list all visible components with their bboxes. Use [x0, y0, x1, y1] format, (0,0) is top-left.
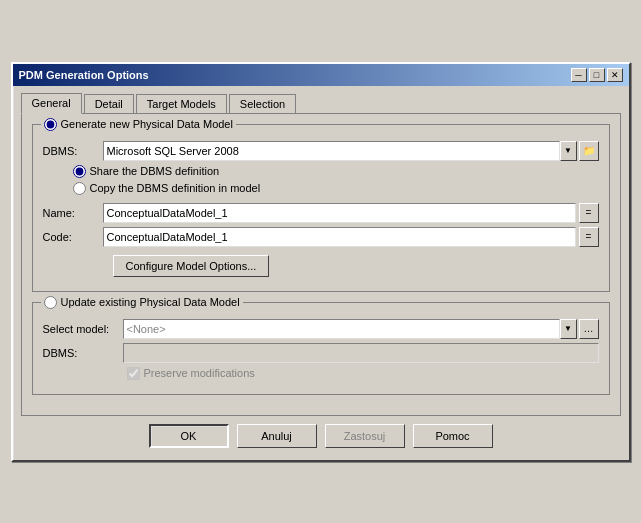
tab-detail[interactable]: Detail — [84, 94, 134, 114]
dbms-label: DBMS: — [43, 145, 103, 157]
generate-new-legend: Generate new Physical Data Model — [41, 118, 236, 131]
configure-row: Configure Model Options... — [43, 251, 599, 277]
close-button[interactable]: ✕ — [607, 68, 623, 82]
dbms-input[interactable] — [103, 141, 560, 161]
code-row: Code: = — [43, 227, 599, 247]
name-eq-button[interactable]: = — [579, 203, 599, 223]
apply-button[interactable]: Zastosuj — [325, 424, 405, 448]
share-dbms-radio[interactable] — [73, 165, 86, 178]
select-model-dropdown-button[interactable]: ▼ — [560, 319, 577, 339]
update-existing-label: Update existing Physical Data Model — [61, 296, 240, 308]
help-button[interactable]: Pomoc — [413, 424, 493, 448]
update-existing-legend: Update existing Physical Data Model — [41, 296, 243, 309]
select-model-browse-button[interactable]: … — [579, 319, 599, 339]
tab-bar: General Detail Target Models Selection — [21, 92, 621, 113]
copy-dbms-label: Copy the DBMS definition in model — [73, 182, 261, 195]
window-body: General Detail Target Models Selection G… — [13, 86, 629, 460]
update-existing-group: Update existing Physical Data Model Sele… — [32, 302, 610, 395]
update-existing-radio[interactable] — [44, 296, 57, 309]
dbms-dropdown-button[interactable]: ▼ — [560, 141, 577, 161]
share-dbms-label: Share the DBMS definition — [73, 165, 220, 178]
tab-selection[interactable]: Selection — [229, 94, 296, 114]
code-label: Code: — [43, 231, 103, 243]
code-eq-button[interactable]: = — [579, 227, 599, 247]
select-model-input[interactable] — [123, 319, 560, 339]
tab-content-general: Generate new Physical Data Model DBMS: ▼… — [21, 113, 621, 416]
title-bar: PDM Generation Options ─ □ ✕ — [13, 64, 629, 86]
tab-target-models[interactable]: Target Models — [136, 94, 227, 114]
window-title: PDM Generation Options — [19, 69, 149, 81]
tab-general[interactable]: General — [21, 93, 82, 114]
name-label: Name: — [43, 207, 103, 219]
generate-new-label: Generate new Physical Data Model — [61, 118, 233, 130]
preserve-row: Preserve modifications — [127, 367, 599, 380]
copy-dbms-radio[interactable] — [73, 182, 86, 195]
dbms-update-row: DBMS: — [43, 343, 599, 363]
dbms-combo-wrapper: ▼ — [103, 141, 577, 161]
share-dbms-row: Share the DBMS definition — [73, 165, 599, 178]
code-input[interactable] — [103, 227, 576, 247]
copy-dbms-row: Copy the DBMS definition in model — [73, 182, 599, 195]
select-model-row: Select model: ▼ … — [43, 319, 599, 339]
dbms-update-input — [123, 343, 599, 363]
maximize-button[interactable]: □ — [589, 68, 605, 82]
title-bar-buttons: ─ □ ✕ — [571, 68, 623, 82]
pdm-generation-options-window: PDM Generation Options ─ □ ✕ General Det… — [11, 62, 631, 462]
configure-model-options-button[interactable]: Configure Model Options... — [113, 255, 270, 277]
dialog-button-row: OK Anuluj Zastosuj Pomoc — [21, 416, 621, 452]
name-row: Name: = — [43, 203, 599, 223]
minimize-button[interactable]: ─ — [571, 68, 587, 82]
preserve-label: Preserve modifications — [127, 367, 255, 380]
ok-button[interactable]: OK — [149, 424, 229, 448]
select-model-combo-wrapper: ▼ — [123, 319, 577, 339]
dbms-row: DBMS: ▼ 📁 — [43, 141, 599, 161]
preserve-checkbox — [127, 367, 140, 380]
generate-new-radio[interactable] — [44, 118, 57, 131]
name-input[interactable] — [103, 203, 576, 223]
dbms-update-label: DBMS: — [43, 347, 123, 359]
generate-new-group: Generate new Physical Data Model DBMS: ▼… — [32, 124, 610, 292]
cancel-button[interactable]: Anuluj — [237, 424, 317, 448]
dbms-browse-button[interactable]: 📁 — [579, 141, 599, 161]
select-model-label: Select model: — [43, 323, 123, 335]
